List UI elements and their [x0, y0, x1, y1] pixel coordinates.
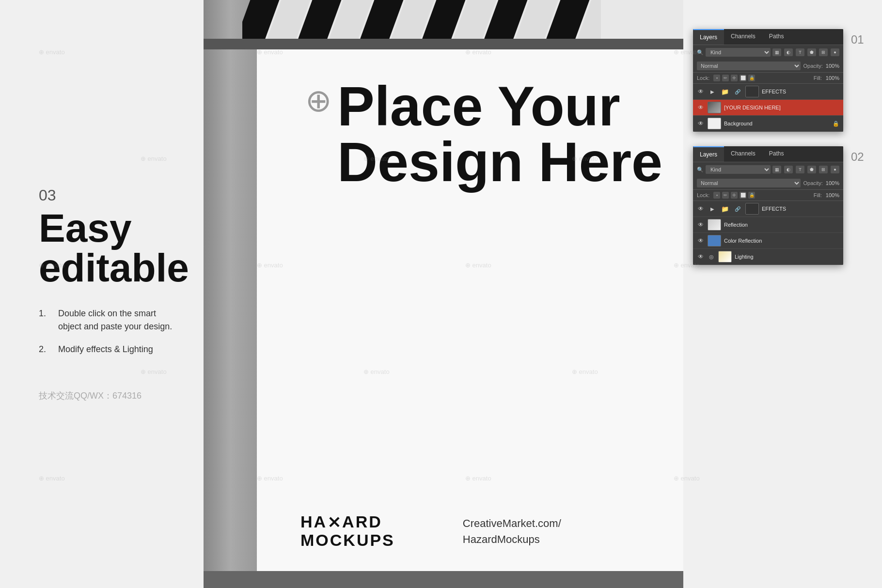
place-text-line2: Design Here	[337, 134, 662, 190]
lock-icons-2: ▪ ✏ ✛ ⬜ 🔒	[713, 192, 755, 199]
blend-mode-select-2[interactable]: Normal	[697, 179, 801, 187]
expand-icon[interactable]: ▶	[708, 87, 717, 96]
lock-icon-transparent[interactable]: ▪	[713, 75, 720, 81]
layer-lighting[interactable]: 👁 ◎ Lighting	[693, 249, 843, 265]
layer-thumb-bg	[708, 118, 721, 129]
layer-color-reflection[interactable]: 👁 Color Reflection	[693, 233, 843, 249]
expand-icon-2[interactable]: ▶	[708, 204, 717, 214]
layer-effects-group-2[interactable]: 👁 ▶ 📁 🔗 EFFECTS	[693, 201, 843, 217]
filter-icon-dot-2[interactable]: ●	[831, 166, 839, 173]
layer-design[interactable]: 👁 [YOUR DESIGN HERE]	[693, 100, 843, 116]
layer-name-color-reflection: Color Reflection	[724, 238, 839, 244]
kind-select-1[interactable]: Kind	[706, 48, 771, 57]
window-frame-top-bar	[204, 39, 683, 49]
chinese-watermark-text: 技术交流QQ/WX：674316	[39, 390, 174, 402]
layer-background[interactable]: 👁 Background 🔒	[693, 116, 843, 132]
filter-icon-smart-2[interactable]: ⊞	[819, 166, 828, 173]
plus-circle-icon: ⊕	[305, 82, 331, 119]
tab-layers-2[interactable]: Layers	[693, 146, 724, 162]
lock-icon-position-2[interactable]: ✛	[731, 192, 738, 199]
layer-name-reflection: Reflection	[724, 222, 839, 228]
window-frame-bottom-bar	[204, 571, 683, 588]
opacity-label-2: Opacity:	[803, 180, 823, 186]
folder-icon: 📁	[720, 87, 730, 96]
panel-2-filter-icons: ▦ ◐ T ⬟ ⊞ ●	[772, 166, 839, 173]
search-icon-2: 🔍	[697, 167, 704, 173]
tab-paths-1[interactable]: Paths	[762, 29, 791, 45]
logo-line1: HA⨯ARD	[300, 513, 395, 531]
place-design-text: Place Your Design Here	[337, 78, 662, 190]
fill-label-1: Fill:	[814, 75, 822, 81]
visibility-toggle-effects[interactable]: 👁	[697, 88, 705, 95]
title-line2: editable	[39, 246, 189, 290]
panel-2-wrapper: Layers Channels Paths 🔍 Kind ▦ ◐ T ⬟ ⊞ ●	[693, 146, 867, 265]
layer-name-bg: Background	[724, 121, 830, 126]
visibility-toggle-reflection[interactable]: 👁	[697, 221, 705, 229]
lock-icon-artboard[interactable]: ⬜	[740, 75, 746, 81]
panel-2-number: 02	[851, 150, 866, 164]
visibility-toggle-lighting[interactable]: 👁	[697, 253, 705, 261]
layer-name-design: [YOUR DESIGN HERE]	[724, 105, 839, 110]
photoshop-panel-2[interactable]: Layers Channels Paths 🔍 Kind ▦ ◐ T ⬟ ⊞ ●	[693, 146, 843, 265]
brand-area: HA⨯ARD MOCKUPS CreativeMarket.com/ Hazar…	[300, 513, 561, 549]
brand-url-line1: CreativeMarket.com/	[463, 515, 561, 531]
main-title: Easy editable	[39, 208, 174, 288]
layer-name-lighting: Lighting	[735, 254, 839, 260]
layer-name-effects: EFFECTS	[762, 89, 839, 94]
visibility-toggle-design[interactable]: 👁	[697, 104, 705, 111]
panel-2-lock-row: Lock: ▪ ✏ ✛ ⬜ 🔒 Fill: 100%	[693, 190, 843, 201]
lock-icon-all-2[interactable]: 🔒	[748, 192, 755, 199]
filter-icon-pixel-2[interactable]: ▦	[772, 166, 781, 173]
tab-layers-1[interactable]: Layers	[693, 29, 724, 45]
visibility-toggle-bg[interactable]: 👁	[697, 120, 705, 127]
bg-lock-icon: 🔒	[833, 121, 839, 127]
lock-icon-pixels[interactable]: ✏	[722, 75, 729, 81]
right-panels-area: Layers Channels Paths 🔍 Kind ▦ ◐ T ⬟ ⊞ ●	[683, 0, 882, 588]
filter-icon-adjust-2[interactable]: ◐	[784, 166, 793, 173]
lock-icons-1: ▪ ✏ ✛ ⬜ 🔒	[713, 75, 755, 81]
visibility-toggle-color-reflection[interactable]: 👁	[697, 237, 705, 245]
opacity-value-1: 100%	[826, 63, 839, 69]
step-number: 03	[39, 186, 174, 204]
filter-icon-adjust[interactable]: ◐	[784, 48, 793, 56]
photoshop-panel-1[interactable]: Layers Channels Paths 🔍 Kind ▦ ◐ T ⬟ ⊞ ●	[693, 29, 843, 132]
filter-icon-text[interactable]: T	[796, 48, 804, 56]
tab-channels-2[interactable]: Channels	[724, 146, 762, 162]
filter-icon-dot[interactable]: ●	[831, 48, 839, 56]
filter-icon-shape[interactable]: ⬟	[807, 48, 816, 56]
lock-icon-all[interactable]: 🔒	[748, 75, 755, 81]
layer-reflection[interactable]: 👁 Reflection	[693, 217, 843, 233]
lock-icon-artboard-2[interactable]: ⬜	[740, 192, 746, 199]
brand-url-line2: HazardMockups	[463, 531, 561, 547]
tab-channels-1[interactable]: Channels	[724, 29, 762, 45]
title-line1: Easy	[39, 206, 132, 250]
layer-thumb-design	[708, 102, 721, 113]
lock-icon-position[interactable]: ✛	[731, 75, 738, 81]
blend-mode-select-1[interactable]: Normal	[697, 62, 801, 70]
panel-1-tabs: Layers Channels Paths	[693, 29, 843, 45]
panel-1-number: 01	[851, 33, 866, 46]
panel-2-tabs: Layers Channels Paths	[693, 146, 843, 162]
opacity-value-2: 100%	[826, 180, 839, 186]
filter-icon-pixel[interactable]: ▦	[772, 48, 781, 56]
panel-1-search-row: 🔍 Kind ▦ ◐ T ⬟ ⊞ ●	[693, 45, 843, 60]
filter-icon-text-2[interactable]: T	[796, 166, 804, 173]
layer-effects-group-1[interactable]: 👁 ▶ 📁 🔗 EFFECTS	[693, 84, 843, 100]
layer-name-effects-2: EFFECTS	[762, 206, 839, 212]
filter-icon-shape-2[interactable]: ⬟	[807, 166, 816, 173]
folder-icon-2: 📁	[720, 204, 730, 214]
layer-thumb-reflection	[708, 219, 721, 231]
fill-value-2: 100%	[826, 192, 839, 198]
tab-paths-2[interactable]: Paths	[762, 146, 791, 162]
lock-icon-transparent-2[interactable]: ▪	[713, 192, 720, 199]
main-mockup-area: ⊕ Place Your Design Here HA⨯ARD MOCKUPS …	[204, 0, 683, 588]
fill-label-2: Fill:	[814, 192, 822, 198]
instruction-2: 2. Modify effects & Lighting	[39, 343, 174, 356]
filter-icon-smart[interactable]: ⊞	[819, 48, 828, 56]
panel-1-wrapper: Layers Channels Paths 🔍 Kind ▦ ◐ T ⬟ ⊞ ●	[693, 29, 867, 132]
lock-icon-pixels-2[interactable]: ✏	[722, 192, 729, 199]
kind-select-2[interactable]: Kind	[706, 165, 771, 174]
layer-thumb-color-reflection	[708, 235, 721, 247]
visibility-toggle-effects-2[interactable]: 👁	[697, 205, 705, 213]
instructions-list: 1. Double click on the smart object and …	[39, 307, 174, 366]
